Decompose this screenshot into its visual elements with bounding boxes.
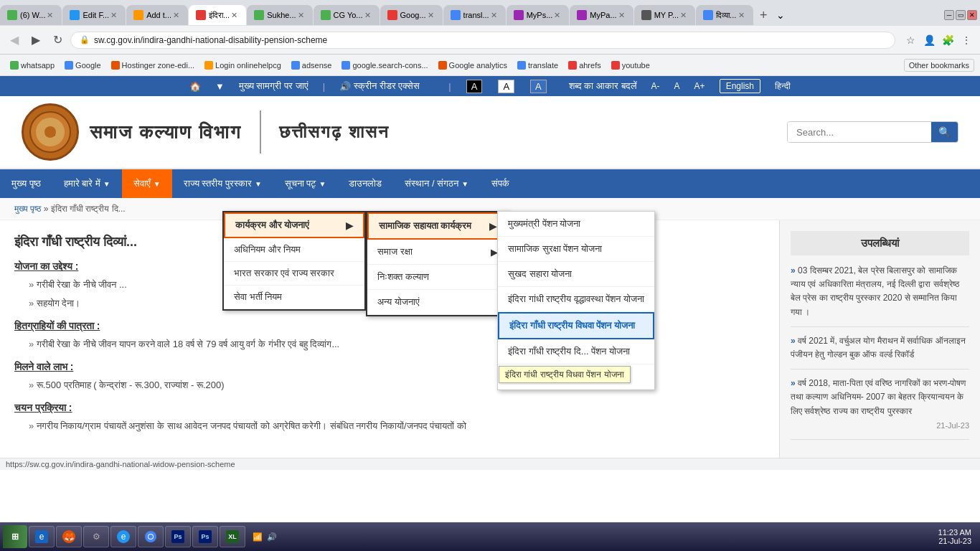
bookmark-ahrefs[interactable]: ahrefs xyxy=(564,60,606,71)
bookmark-login[interactable]: Login onlinehelpcg xyxy=(200,60,286,71)
nav-info[interactable]: सूचना पटृ ▼ xyxy=(273,169,338,198)
tab-close-6[interactable]: ✕ xyxy=(363,11,372,20)
tab-close-12[interactable]: ✕ xyxy=(737,11,746,20)
bookmark-whatsapp[interactable]: whatsapp xyxy=(6,60,59,71)
tab-close-2[interactable]: ✕ xyxy=(109,11,118,20)
nav-contact-label: संपर्क xyxy=(491,178,509,189)
tab-5[interactable]: Sukhe... ✕ xyxy=(247,5,312,25)
site-logo[interactable]: CG xyxy=(22,103,79,161)
tab-favicon-9 xyxy=(514,10,524,20)
tab-10[interactable]: MyPa... ✕ xyxy=(570,5,633,25)
dd-l1-item-4[interactable]: सेवा भर्ती नियम xyxy=(224,286,364,309)
tab-close-5[interactable]: ✕ xyxy=(296,11,306,20)
bookmark-youtube[interactable]: youtube xyxy=(607,60,654,71)
tab-3[interactable]: Add t... ✕ xyxy=(126,5,188,25)
url-bar[interactable]: 🔒 sw.cg.gov.in/indira-gandhi-national-di… xyxy=(70,32,895,49)
address-bar: ◀ ▶ ↻ 🔒 sw.cg.gov.in/indira-gandhi-natio… xyxy=(0,26,980,55)
contrast-normal-button[interactable]: A xyxy=(530,80,547,93)
nav-info-arrow: ▼ xyxy=(319,180,326,188)
window-minimize[interactable]: ─ xyxy=(944,10,954,20)
back-button[interactable]: ◀ xyxy=(6,33,23,47)
breadcrumb-home-link[interactable]: मुख्य पृष्ठ xyxy=(14,204,41,214)
nav-about[interactable]: हमारे बारे में ▼ xyxy=(52,169,122,198)
bookmark-favicon-ahrefs xyxy=(568,61,577,70)
bookmark-star-icon[interactable]: ☆ xyxy=(903,32,918,48)
other-bookmarks-button[interactable]: Other bookmarks xyxy=(904,59,974,72)
nav-awards[interactable]: राज्य स्तरीय पुरस्कार ▼ xyxy=(172,169,273,198)
bookmark-label-hostinger: Hostinger zone-edi... xyxy=(122,61,195,70)
dd-l3-item-5[interactable]: इंदिरा गाँधी राष्ट्रीय विधवा पेंशन योजना xyxy=(498,312,654,339)
tab-12[interactable]: दिव्या... ✕ xyxy=(696,5,753,25)
tab-11[interactable]: MY P... ✕ xyxy=(634,5,695,25)
hindi-language-button[interactable]: हिन्दी xyxy=(775,81,791,91)
tab-7[interactable]: Goog... ✕ xyxy=(380,5,443,25)
extensions-icon[interactable]: 🧩 xyxy=(940,32,956,48)
tab-close-9[interactable]: ✕ xyxy=(552,11,562,20)
dd-l2-label-3: निःशक्त कल्याण xyxy=(377,271,429,283)
tab-4[interactable]: इंदिरा... ✕ xyxy=(189,5,246,25)
new-tab-button[interactable]: + xyxy=(754,8,773,23)
tab-close-8[interactable]: ✕ xyxy=(489,11,499,20)
dd-l2-item-4[interactable]: अन्य योजनाएं xyxy=(367,290,508,315)
search-input[interactable] xyxy=(788,123,931,142)
tab-9[interactable]: MyPs... ✕ xyxy=(507,5,570,25)
contrast-white-button[interactable]: A xyxy=(498,80,514,93)
dropdown-level2: सामाजिक सहायता कार्यक्रम ▶ समाज रक्षा ▶ … xyxy=(366,211,509,316)
tab-close-3[interactable]: ✕ xyxy=(171,11,181,20)
home-link[interactable]: 🏠 xyxy=(189,81,201,92)
bookmark-translate[interactable]: translate xyxy=(513,60,562,71)
dd-l3-item-2[interactable]: सामाजिक सुरक्षा पेंशन योजना xyxy=(498,237,654,262)
tab-close-4[interactable]: ✕ xyxy=(230,11,239,20)
dd-l3-item-3[interactable]: सुखद सहारा योजना xyxy=(498,262,654,287)
font-decrease-button[interactable]: A- xyxy=(651,81,660,91)
tab-close-10[interactable]: ✕ xyxy=(617,11,626,20)
dd-l1-item-3[interactable]: भारत सरकार एवं राज्य सरकार xyxy=(224,262,364,286)
tab-8[interactable]: transl... ✕ xyxy=(443,5,506,25)
dd-l3-label-5: इंदिरा गाँधी राष्ट्रीय विधवा पेंशन योजना xyxy=(509,320,635,331)
nav-contact[interactable]: संपर्क xyxy=(480,169,521,198)
search-button[interactable]: 🔍 xyxy=(931,122,958,142)
nav-home[interactable]: मुख्य पृष्ठ xyxy=(0,169,52,198)
tab-close-7[interactable]: ✕ xyxy=(426,11,435,20)
dd-l3-item-4[interactable]: इंदिरा गांधी राष्ट्रीय वृद्धावस्था पेंशन… xyxy=(498,287,654,312)
tab-close-1[interactable]: ✕ xyxy=(45,11,55,20)
settings-icon[interactable]: ⋮ xyxy=(958,32,974,48)
dd-l2-item-2[interactable]: समाज रक्षा ▶ xyxy=(367,240,508,265)
window-restore[interactable]: ▭ xyxy=(956,10,966,20)
dd-l2-item-1[interactable]: सामाजिक सहायता कार्यक्रम ▶ xyxy=(367,212,508,240)
tab-1[interactable]: (6) W... ✕ xyxy=(0,5,62,25)
dd-l1-item-2[interactable]: अधिनियम और नियम xyxy=(224,238,364,262)
font-normal-button[interactable]: A xyxy=(674,81,680,91)
window-close[interactable]: ✕ xyxy=(967,10,977,20)
tab-favicon-2 xyxy=(70,10,80,20)
font-increase-button[interactable]: A+ xyxy=(694,81,705,91)
dd-l3-item-6[interactable]: इंदिरा गाँधी राष्ट्रीय दि... पेंशन योजना xyxy=(498,339,654,364)
nav-institutions[interactable]: संस्थान / संगठन ▼ xyxy=(393,169,480,198)
main-content-link[interactable]: मुख्य सामग्री पर जाएं xyxy=(239,80,308,92)
bookmark-adsense[interactable]: adsense xyxy=(287,60,336,71)
bookmark-analytics[interactable]: Google analytics xyxy=(434,60,512,71)
bookmark-google[interactable]: Google xyxy=(60,60,105,71)
dd-l1-item-1[interactable]: कार्यक्रम और योजनाएं ▶ xyxy=(224,212,364,238)
nav-about-arrow: ▼ xyxy=(103,180,110,188)
screen-reader-link[interactable]: 🔊 स्क्रीन रीडर एक्सेस xyxy=(339,80,420,92)
nav-services[interactable]: सेवाएँ ▼ xyxy=(122,169,172,198)
site-subtitle: छत्तीसगढ़ शासन xyxy=(279,122,390,142)
contrast-dark-button[interactable]: A xyxy=(466,80,483,93)
bookmark-search-console[interactable]: google.search-cons... xyxy=(337,60,432,71)
bookmark-favicon-google xyxy=(65,61,73,70)
forward-button[interactable]: ▶ xyxy=(27,33,44,47)
tab-favicon-4 xyxy=(196,10,206,20)
tab-6[interactable]: CG Yo... ✕ xyxy=(314,5,380,25)
dd-l2-item-3[interactable]: निःशक्त कल्याण xyxy=(367,265,508,290)
english-language-button[interactable]: English xyxy=(720,79,760,93)
profile-icon[interactable]: 👤 xyxy=(921,32,937,48)
tab-2[interactable]: Edit F... ✕ xyxy=(62,5,126,25)
dd-l3-item-1[interactable]: मुख्यमंत्री पेंशन योजना xyxy=(498,212,654,237)
tab-list-button[interactable]: ⌄ xyxy=(773,9,788,21)
nav-download[interactable]: डाउनलोड xyxy=(337,169,393,198)
reload-button[interactable]: ↻ xyxy=(49,33,66,47)
bookmark-hostinger[interactable]: Hostinger zone-edi... xyxy=(107,60,199,71)
tab-favicon-7 xyxy=(387,10,397,20)
tab-close-11[interactable]: ✕ xyxy=(679,11,688,20)
